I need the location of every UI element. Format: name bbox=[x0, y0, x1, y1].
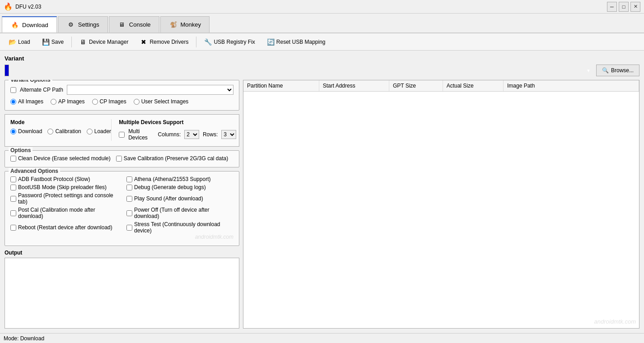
minimize-button[interactable]: ─ bbox=[607, 2, 617, 12]
title-bar: 🔥 DFU v2.03 ─ □ ✕ bbox=[0, 0, 644, 14]
variant-dropdown-wrapper: ▼ bbox=[5, 65, 593, 76]
variant-options-title: Variant Options bbox=[9, 80, 52, 83]
load-button[interactable]: 📂 Load bbox=[4, 36, 35, 48]
col-start-address: Start Address bbox=[319, 80, 389, 92]
user-select-images-option[interactable]: User Select Images bbox=[134, 98, 189, 105]
cp-images-option[interactable]: CP Images bbox=[92, 98, 126, 105]
mode-section: Mode Download Calibration Loader bbox=[10, 119, 111, 141]
variant-label: Variant bbox=[5, 55, 639, 62]
adv-option-8[interactable]: Reboot (Restart device after download) bbox=[10, 221, 117, 234]
load-icon: 📂 bbox=[9, 38, 16, 46]
all-images-option[interactable]: All Images bbox=[10, 98, 43, 105]
usb-registry-label: USB Registry Fix bbox=[214, 39, 255, 45]
settings-tab-label: Settings bbox=[78, 21, 99, 28]
col-partition-name: Partition Name bbox=[243, 80, 319, 92]
output-label: Output bbox=[5, 250, 239, 256]
adv-option-3[interactable]: Debug (Generate debug logs) bbox=[126, 184, 233, 190]
options-group: Options Clean Device (Erase selected mod… bbox=[5, 150, 239, 167]
load-label: Load bbox=[18, 39, 30, 45]
tab-monkey[interactable]: 🐒Monkey bbox=[160, 16, 210, 32]
partition-table-panel: Partition Name Start Address GPT Size Ac… bbox=[243, 80, 639, 329]
clean-device-option[interactable]: Clean Device (Erase selected module) bbox=[10, 155, 111, 162]
advanced-options-title: Advanced Options bbox=[9, 168, 60, 174]
col-image-path: Image Path bbox=[504, 80, 639, 92]
usb-registry-icon: 🔧 bbox=[204, 38, 211, 46]
title-bar-controls: ─ □ ✕ bbox=[607, 2, 640, 12]
tab-settings[interactable]: ⚙Settings bbox=[58, 16, 108, 32]
options-title: Options bbox=[9, 147, 33, 153]
monkey-tab-icon: 🐒 bbox=[169, 20, 178, 29]
app-title: DFU v2.03 bbox=[15, 4, 41, 10]
columns-select[interactable]: 234 bbox=[184, 130, 199, 139]
adv-option-1[interactable]: Athena (Athena/21553 Support) bbox=[126, 176, 233, 182]
devices-controls-row: Multi Devices Columns: 234 Rows: 324 bbox=[119, 128, 236, 141]
reset-usb-mapping-button[interactable]: 🔄 Reset USB Mapping bbox=[262, 36, 331, 48]
download-tab-icon: 🔥 bbox=[10, 20, 19, 29]
right-panel-wrapper: Partition Name Start Address GPT Size Ac… bbox=[243, 80, 639, 329]
usb-registry-fix-button[interactable]: 🔧 USB Registry Fix bbox=[199, 36, 260, 48]
adv-option-6[interactable]: Post Cal (Calibration mode after downloa… bbox=[10, 207, 117, 219]
tab-console[interactable]: 🖥Console bbox=[109, 16, 159, 32]
browse-icon: 🔍 bbox=[602, 67, 609, 74]
tab-download[interactable]: 🔥Download bbox=[2, 16, 57, 32]
restore-button[interactable]: □ bbox=[619, 2, 629, 12]
variant-section: Variant ▼ 🔍 Browse... bbox=[5, 55, 639, 76]
save-label: Save bbox=[51, 39, 64, 45]
separator-1 bbox=[71, 37, 72, 47]
ap-images-option[interactable]: AP Images bbox=[51, 98, 84, 105]
adv-option-2[interactable]: BootUSB Mode (Skip preloader files) bbox=[10, 184, 117, 190]
mode-label: Mode bbox=[10, 119, 111, 125]
status-bar: Mode: Download bbox=[0, 333, 644, 343]
watermark-adv: androidmtk.com bbox=[195, 234, 233, 240]
separator-2 bbox=[196, 37, 196, 47]
chevron-down-icon: ▼ bbox=[586, 68, 591, 73]
loader-mode-option[interactable]: Loader bbox=[87, 128, 111, 134]
rows-select[interactable]: 324 bbox=[221, 130, 236, 139]
image-selection-row: All Images AP Images CP Images User Sele… bbox=[10, 98, 233, 105]
title-bar-left: 🔥 DFU v2.03 bbox=[4, 2, 41, 11]
reset-usb-label: Reset USB Mapping bbox=[276, 39, 326, 45]
adv-option-7[interactable]: Power Off (Turn off device after downloa… bbox=[126, 207, 233, 219]
main-content: Variant ▼ 🔍 Browse... Variant Options bbox=[0, 51, 644, 333]
device-manager-icon: 🖥 bbox=[79, 38, 87, 46]
multi-devices-label: Multi Devices bbox=[128, 128, 154, 141]
device-manager-button[interactable]: 🖥 Device Manager bbox=[75, 36, 133, 48]
adv-option-0[interactable]: ADB Fastboot Protocol (Slow) bbox=[10, 176, 117, 182]
adv-option-9[interactable]: Stress Test (Continuously download devic… bbox=[126, 221, 233, 234]
col-actual-size: Actual Size bbox=[443, 80, 503, 92]
reset-usb-icon: 🔄 bbox=[267, 38, 274, 46]
variant-options-group: Variant Options Alternate CP Path All Im… bbox=[5, 80, 239, 111]
toolbar: 📂 Load 💾 Save 🖥 Device Manager ✖ Remove … bbox=[0, 33, 644, 51]
columns-label: Columns: bbox=[158, 131, 181, 138]
mode-options-row: Download Calibration Loader bbox=[10, 128, 111, 134]
multi-devices-checkbox[interactable] bbox=[119, 132, 125, 138]
adv-option-4[interactable]: Password (Protect settings and console t… bbox=[10, 192, 117, 205]
variant-dropdown[interactable] bbox=[5, 65, 9, 76]
variant-row: ▼ 🔍 Browse... bbox=[5, 65, 639, 76]
device-manager-label: Device Manager bbox=[89, 39, 128, 45]
console-tab-label: Console bbox=[129, 21, 151, 28]
console-tab-icon: 🖥 bbox=[117, 20, 126, 29]
download-tab-label: Download bbox=[22, 22, 48, 28]
table-header-row: Partition Name Start Address GPT Size Ac… bbox=[243, 80, 639, 92]
monkey-tab-label: Monkey bbox=[181, 21, 201, 28]
download-mode-option[interactable]: Download bbox=[10, 128, 42, 134]
save-button[interactable]: 💾 Save bbox=[37, 36, 69, 48]
output-section: Output bbox=[5, 250, 239, 329]
advanced-options-group: Advanced Options ADB Fastboot Protocol (… bbox=[5, 171, 239, 246]
calibration-mode-option[interactable]: Calibration bbox=[47, 128, 81, 134]
remove-drivers-button[interactable]: ✖ Remove Drivers bbox=[135, 36, 193, 48]
adv-option-5[interactable]: Play Sound (After download) bbox=[126, 192, 233, 205]
browse-label: Browse... bbox=[611, 67, 634, 74]
partition-table: Partition Name Start Address GPT Size Ac… bbox=[243, 80, 639, 92]
alt-cp-path-checkbox[interactable] bbox=[10, 87, 16, 93]
alt-cp-dropdown[interactable] bbox=[67, 85, 233, 95]
browse-button[interactable]: 🔍 Browse... bbox=[596, 65, 639, 76]
save-calibration-option[interactable]: Save Calibration (Preserve 2G/3G cal dat… bbox=[116, 155, 228, 162]
close-button[interactable]: ✕ bbox=[630, 2, 640, 12]
two-col-layout: Variant Options Alternate CP Path All Im… bbox=[5, 80, 639, 329]
options-row: Clean Device (Erase selected module) Sav… bbox=[10, 155, 233, 162]
multiple-devices-section: Multiple Devices Support Multi Devices C… bbox=[111, 119, 236, 141]
output-textarea[interactable] bbox=[5, 258, 239, 329]
multiple-devices-label: Multiple Devices Support bbox=[119, 119, 236, 125]
